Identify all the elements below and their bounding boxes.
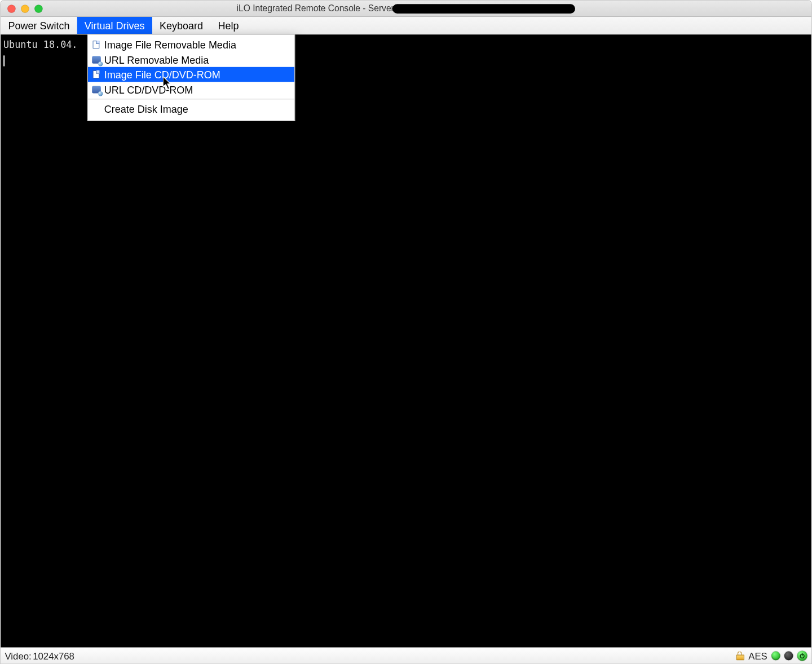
window-close-button[interactable]: [7, 5, 15, 12]
menu-label: Keyboard: [160, 20, 203, 31]
dropdown-item-image-file-removable-media[interactable]: Image File Removable Media: [88, 37, 294, 52]
dropdown-item-label: Image File Removable Media: [104, 39, 236, 50]
dropdown-item-label: Image File CD/DVD-ROM: [104, 69, 220, 80]
network-drive-icon: [91, 54, 102, 65]
window-minimize-button[interactable]: [21, 5, 29, 12]
dropdown-item-label: URL Removable Media: [104, 54, 209, 65]
dropdown-item-image-file-cd-dvd-rom[interactable]: Image File CD/DVD-ROM: [88, 67, 294, 82]
window-titlebar: iLO Integrated Remote Console - Server: [1, 1, 811, 17]
menu-keyboard[interactable]: Keyboard: [152, 17, 210, 34]
redacted-server-name: [392, 5, 575, 14]
dropdown-item-label: Create Disk Image: [104, 103, 188, 114]
terminal-cursor-icon: [3, 55, 5, 66]
document-icon: [91, 39, 102, 50]
status-indicator-dark: [784, 652, 793, 661]
dropdown-item-label: URL CD/DVD-ROM: [104, 83, 193, 95]
statusbar: Video:1024x768 AES: [1, 647, 811, 663]
menubar: Power Switch Virtual Drives Keyboard Hel…: [1, 17, 811, 34]
dropdown-item-url-removable-media[interactable]: URL Removable Media: [88, 52, 294, 67]
window-zoom-button[interactable]: [34, 5, 42, 12]
status-video-value: 1024x768: [33, 650, 74, 661]
remote-console-window: iLO Integrated Remote Console - Server P…: [0, 0, 812, 664]
menu-label: Power Switch: [8, 20, 69, 31]
status-indicator-green: [771, 652, 780, 661]
dropdown-separator: [88, 99, 294, 99]
menu-power-switch[interactable]: Power Switch: [1, 17, 77, 34]
status-encryption-label: AES: [748, 650, 767, 661]
network-drive-icon: [91, 84, 102, 95]
window-title-text: iLO Integrated Remote Console - Server: [237, 3, 394, 14]
dropdown-item-create-disk-image[interactable]: Create Disk Image: [88, 101, 294, 116]
virtual-drives-dropdown: Image File Removable Media URL Removable…: [87, 34, 295, 121]
menu-help[interactable]: Help: [210, 17, 246, 34]
menu-label: Help: [218, 20, 239, 31]
status-video: Video:1024x768: [5, 650, 74, 661]
window-title: iLO Integrated Remote Console - Server: [1, 3, 811, 14]
status-video-label: Video:: [5, 650, 31, 661]
remote-console-viewport[interactable]: Ubuntu 18.04.: [1, 34, 811, 647]
window-traffic-lights: [1, 5, 42, 12]
menu-label: Virtual Drives: [85, 20, 145, 31]
power-button[interactable]: [797, 650, 807, 661]
menu-virtual-drives[interactable]: Virtual Drives: [77, 17, 152, 34]
document-icon: [91, 69, 102, 79]
lock-icon: [736, 652, 744, 661]
dropdown-item-url-cd-dvd-rom[interactable]: URL CD/DVD-ROM: [88, 82, 294, 96]
